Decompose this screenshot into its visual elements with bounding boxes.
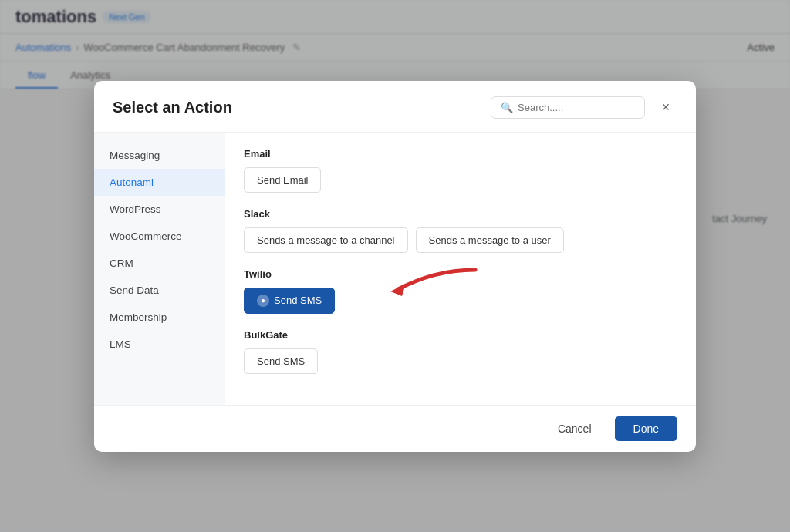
sidebar-item-messaging[interactable]: Messaging [94,142,225,169]
slack-user-button[interactable]: Sends a message to a user [416,227,564,253]
search-icon: 🔍 [501,102,513,113]
send-sms-twilio-button[interactable]: ● Send SMS [244,288,335,314]
sidebar-item-autonami[interactable]: Autonami [94,169,225,196]
selected-check-dot: ● [257,295,269,307]
sidebar-item-membership[interactable]: Membership [94,304,225,331]
modal-title: Select an Action [113,99,491,116]
sidebar-item-wordpress[interactable]: WordPress [94,196,225,223]
modal-header: Select an Action 🔍 × [94,81,696,133]
done-button[interactable]: Done [615,416,677,441]
modal-body: Messaging Autonami WordPress WooCommerce… [94,133,696,405]
twilio-section: Twilio ● Send SMS [244,268,677,314]
email-section: Email Send Email [244,148,677,193]
cancel-button[interactable]: Cancel [542,416,607,441]
send-sms-bulkgate-button[interactable]: Send SMS [244,348,318,374]
modal-footer: Cancel Done [94,405,696,452]
slack-actions-row: Sends a message to a channel Sends a mes… [244,227,677,253]
send-sms-twilio-label: Send SMS [274,295,322,306]
close-button[interactable]: × [654,96,677,120]
sidebar-item-send-data[interactable]: Send Data [94,277,225,304]
search-wrapper: 🔍 [491,96,645,119]
search-input[interactable] [518,102,635,113]
slack-channel-button[interactable]: Sends a message to a channel [244,227,408,253]
select-action-modal: Select an Action 🔍 × Messaging Autonami … [94,81,696,452]
bulkgate-section: BulkGate Send SMS [244,329,677,374]
email-section-label: Email [244,148,677,160]
email-actions-row: Send Email [244,167,677,193]
slack-section: Slack Sends a message to a channel Sends… [244,208,677,253]
actions-content-area: Email Send Email Slack Sends a message t… [225,133,696,405]
bulkgate-section-label: BulkGate [244,329,677,341]
sidebar-item-crm[interactable]: CRM [94,250,225,277]
bulkgate-actions-row: Send SMS [244,348,677,374]
sidebar-item-woocommerce[interactable]: WooCommerce [94,223,225,250]
sidebar-item-lms[interactable]: LMS [94,331,225,358]
send-email-button[interactable]: Send Email [244,167,321,193]
modal-sidebar: Messaging Autonami WordPress WooCommerce… [94,133,225,405]
red-arrow [383,262,483,308]
slack-section-label: Slack [244,208,677,220]
svg-marker-0 [390,284,406,296]
modal-overlay: Select an Action 🔍 × Messaging Autonami … [0,0,790,532]
